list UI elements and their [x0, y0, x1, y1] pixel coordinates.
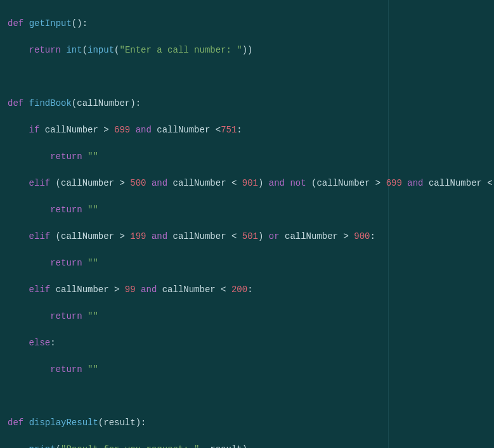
code-line[interactable]: print("Result for you request: ", result… — [8, 443, 486, 448]
keyword-and: and — [152, 178, 167, 188]
operator: > — [114, 178, 130, 188]
builtin-input: input — [88, 45, 114, 55]
string-literal: "" — [88, 364, 98, 374]
operator: > — [114, 231, 130, 241]
number-literal: 751 — [221, 125, 237, 135]
punctuation: ) — [258, 231, 269, 241]
operator: < — [226, 231, 242, 241]
builtin-int: int — [66, 45, 82, 55]
keyword-and: and — [152, 231, 167, 241]
punctuation: )) — [242, 45, 253, 55]
operator: > — [109, 285, 125, 295]
keyword-def: def — [8, 418, 23, 428]
punctuation: ( — [50, 178, 61, 188]
number-literal: 501 — [242, 231, 258, 241]
punctuation: ( — [50, 231, 61, 241]
keyword-and: and — [269, 178, 285, 188]
variable: callNumber — [162, 285, 216, 295]
punctuation: ( — [72, 98, 77, 108]
code-line[interactable]: def displayResult(result): — [8, 416, 486, 430]
builtin-print: print — [29, 444, 56, 448]
variable: callNumber — [429, 178, 482, 188]
number-literal: 699 — [114, 125, 130, 135]
keyword-elif: elif — [29, 285, 51, 295]
variable: callNumber — [157, 125, 210, 135]
code-line[interactable]: return "" — [8, 150, 486, 163]
operator: < — [210, 125, 221, 135]
punctuation: ( — [82, 45, 88, 55]
function-name: getInput — [29, 18, 72, 29]
string-literal: "" — [88, 258, 98, 268]
operator: > — [370, 178, 386, 188]
code-editor[interactable]: def getInput(): return int(input("Enter … — [0, 0, 494, 448]
punctuation: : — [370, 231, 375, 241]
operator: < — [482, 178, 494, 188]
number-literal: 99 — [125, 285, 136, 295]
variable: callNumber — [316, 178, 370, 188]
keyword-or: or — [269, 231, 280, 241]
keyword-elif: elif — [29, 178, 51, 188]
parameter: callNumber — [77, 98, 130, 108]
variable: callNumber — [61, 178, 114, 188]
keyword-elif: elif — [29, 231, 51, 241]
code-line[interactable]: else: — [8, 336, 486, 350]
punctuation: (): — [72, 18, 88, 29]
operator: > — [338, 231, 354, 241]
code-line[interactable]: def getInput(): — [8, 17, 486, 30]
code-line[interactable]: return "" — [8, 203, 486, 217]
punctuation: ( — [56, 444, 61, 448]
string-literal: "" — [88, 205, 98, 215]
code-line[interactable]: return "" — [8, 310, 486, 323]
punctuation: : — [237, 125, 242, 135]
variable: callNumber — [285, 231, 338, 241]
variable: callNumber — [45, 125, 98, 135]
number-literal: 900 — [354, 231, 370, 241]
keyword-return: return — [50, 364, 82, 374]
punctuation: : — [247, 285, 252, 295]
variable: callNumber — [56, 285, 109, 295]
variable: callNumber — [61, 231, 114, 241]
number-literal: 699 — [386, 178, 402, 188]
punctuation: ( — [306, 178, 317, 188]
keyword-return: return — [50, 205, 82, 215]
punctuation: ) — [242, 444, 247, 448]
punctuation: ): — [130, 98, 141, 108]
string-literal: "Result for you request: " — [61, 444, 199, 448]
code-line-blank[interactable] — [8, 390, 486, 403]
number-literal: 200 — [231, 285, 247, 295]
keyword-def: def — [8, 18, 23, 29]
punctuation: : — [50, 338, 55, 348]
keyword-return: return — [29, 45, 61, 55]
function-name: displayResult — [29, 418, 98, 428]
string-literal: "" — [88, 151, 98, 162]
operator: < — [226, 178, 242, 188]
code-line-blank[interactable] — [8, 70, 486, 84]
operator: > — [98, 125, 114, 135]
variable: callNumber — [173, 231, 226, 241]
keyword-return: return — [50, 311, 82, 321]
code-line[interactable]: return int(input("Enter a call number: "… — [8, 44, 486, 57]
keyword-def: def — [8, 98, 23, 108]
parameter: result — [103, 418, 135, 428]
number-literal: 500 — [130, 178, 146, 188]
code-line[interactable]: elif callNumber > 99 and callNumber < 20… — [8, 283, 486, 297]
string-literal: "Enter a call number: " — [119, 45, 242, 55]
code-line[interactable]: if callNumber > 699 and callNumber <751: — [8, 124, 486, 137]
keyword-return: return — [50, 258, 82, 268]
code-line[interactable]: def findBook(callNumber): — [8, 97, 486, 110]
keyword-and: and — [141, 285, 157, 295]
keyword-if: if — [29, 125, 40, 135]
punctuation: , — [199, 444, 210, 448]
variable: result — [210, 444, 242, 448]
punctuation: ): — [136, 418, 146, 428]
keyword-and: and — [407, 178, 423, 188]
code-line[interactable]: return "" — [8, 363, 486, 376]
function-name: findBook — [29, 98, 72, 108]
number-literal: 901 — [242, 178, 258, 188]
punctuation: ( — [98, 418, 103, 428]
code-line[interactable]: elif (callNumber > 199 and callNumber < … — [8, 230, 486, 243]
variable: callNumber — [173, 178, 226, 188]
keyword-else: else — [29, 338, 51, 348]
code-line[interactable]: elif (callNumber > 500 and callNumber < … — [8, 177, 486, 190]
code-line[interactable]: return "" — [8, 257, 486, 270]
